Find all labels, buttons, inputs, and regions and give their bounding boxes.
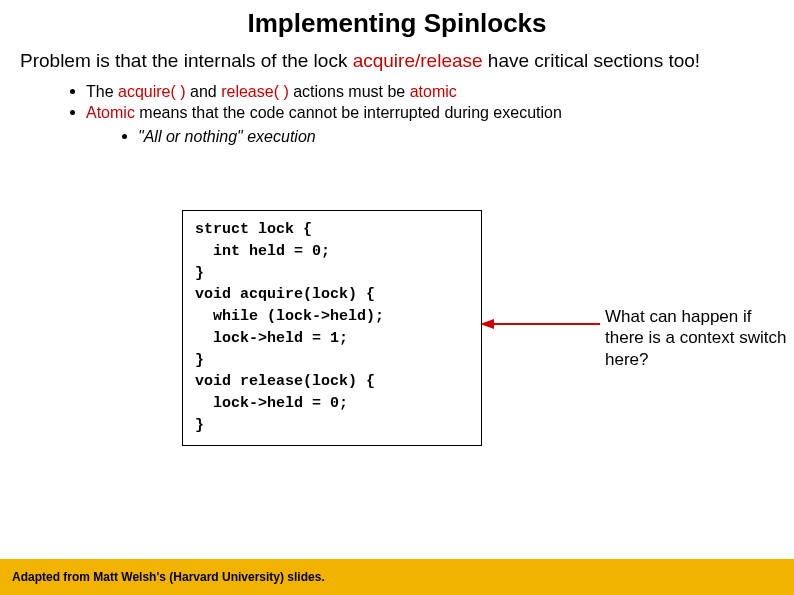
bullet-text: and	[186, 83, 222, 100]
bullet-hl: atomic	[410, 83, 457, 100]
footer-bar: Adapted from Matt Welsh's (Harvard Unive…	[0, 559, 794, 595]
footer-text: Adapted from Matt Welsh's (Harvard Unive…	[12, 570, 325, 584]
bullet-hl: Atomic	[86, 104, 135, 121]
bullet-list: The acquire( ) and release( ) actions mu…	[0, 73, 794, 148]
slide-title: Implementing Spinlocks	[0, 0, 794, 39]
bullet-item: The acquire( ) and release( ) actions mu…	[70, 81, 794, 103]
bullet-item: Atomic means that the code cannot be int…	[70, 102, 794, 147]
annotation-text: What can happen if there is a context sw…	[605, 306, 790, 370]
intro-post: have critical sections too!	[483, 50, 701, 71]
bullet-hl: acquire( )	[118, 83, 186, 100]
code-block: struct lock { int held = 0; } void acqui…	[182, 210, 482, 446]
bullet-text: The	[86, 83, 118, 100]
intro-highlight: acquire/release	[353, 50, 483, 71]
bullet-hl: release( )	[221, 83, 289, 100]
arrow-icon	[480, 318, 600, 330]
bullet-text: means that the code cannot be interrupte…	[135, 104, 562, 121]
intro-pre: Problem is that the internals of the loc…	[20, 50, 353, 71]
sub-bullet-list: "All or nothing" execution	[86, 124, 794, 148]
bullet-text: actions must be	[289, 83, 410, 100]
intro-paragraph: Problem is that the internals of the loc…	[0, 39, 794, 73]
sub-bullet-item: "All or nothing" execution	[122, 126, 794, 148]
svg-marker-1	[480, 319, 494, 329]
